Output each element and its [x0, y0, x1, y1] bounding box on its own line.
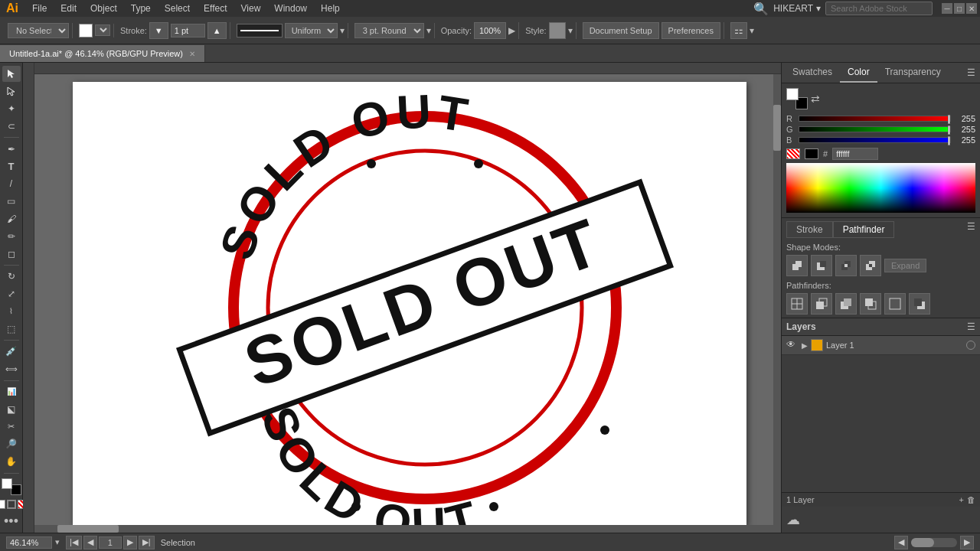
- document-tab[interactable]: Untitled-1a.ai* @ 46.14% (RGB/GPU Previe…: [0, 45, 205, 62]
- menu-select[interactable]: Select: [158, 2, 196, 15]
- status-slider[interactable]: [911, 538, 957, 547]
- menu-view[interactable]: View: [235, 2, 267, 15]
- layer-visibility-icon[interactable]: 👁: [786, 339, 799, 351]
- next-page-btn[interactable]: ▶: [123, 536, 137, 549]
- preferences-button[interactable]: Preferences: [662, 22, 720, 39]
- layers-menu-btn[interactable]: ☰: [967, 321, 975, 332]
- stroke-value-input[interactable]: [171, 24, 205, 37]
- lasso-tool[interactable]: ⊂: [2, 118, 21, 134]
- style-chevron[interactable]: ▾: [568, 25, 573, 36]
- vertical-scrollbar-thumb[interactable]: [773, 105, 781, 151]
- r-slider[interactable]: [799, 116, 951, 122]
- menu-edit[interactable]: Edit: [54, 2, 83, 15]
- stroke-decrement[interactable]: ▼: [149, 22, 168, 39]
- scale-tool[interactable]: ⤢: [2, 286, 21, 302]
- stroke-mode-btn[interactable]: [7, 500, 16, 509]
- b-slider[interactable]: [799, 137, 951, 143]
- transparency-tab[interactable]: Transparency: [877, 63, 949, 83]
- menu-help[interactable]: Help: [315, 2, 346, 15]
- none-color-btn[interactable]: [786, 148, 800, 159]
- swap-colors-btn[interactable]: ⇄: [811, 93, 820, 105]
- fill-swatch[interactable]: [79, 24, 93, 37]
- fill-type-dropdown[interactable]: ■: [95, 24, 110, 36]
- pen-tool[interactable]: ✒: [2, 141, 21, 157]
- arrange-button[interactable]: ⚏: [730, 22, 747, 39]
- libraries-icon[interactable]: ☁: [786, 511, 975, 528]
- stroke-tab[interactable]: Stroke: [786, 221, 833, 238]
- warp-tool[interactable]: ⌇: [2, 304, 21, 320]
- free-transform-tool[interactable]: ⬚: [2, 321, 21, 337]
- trim-btn[interactable]: [811, 293, 832, 315]
- status-slider-thumb[interactable]: [911, 538, 934, 547]
- black-color-btn[interactable]: [805, 148, 818, 159]
- menu-type[interactable]: Type: [125, 2, 157, 15]
- g-slider-thumb[interactable]: [948, 126, 950, 135]
- swatches-tab[interactable]: Swatches: [785, 63, 840, 83]
- menu-window[interactable]: Window: [268, 2, 313, 15]
- color-tab[interactable]: Color: [840, 63, 877, 83]
- selection-tool[interactable]: [2, 66, 21, 82]
- paintbrush-tool[interactable]: 🖌: [2, 211, 21, 227]
- color-spectrum[interactable]: [786, 163, 975, 213]
- layer-1-item[interactable]: 👁 ▶ Layer 1: [782, 336, 980, 355]
- minus-front-btn[interactable]: [811, 255, 832, 276]
- arrange-chevron[interactable]: ▾: [750, 25, 754, 36]
- blend-tool[interactable]: ⟺: [2, 361, 21, 377]
- add-layer-btn[interactable]: +: [959, 495, 964, 504]
- color-fg-bg-swatches[interactable]: [786, 88, 808, 109]
- last-page-btn[interactable]: ▶|: [139, 536, 155, 549]
- r-slider-thumb[interactable]: [948, 115, 950, 124]
- menu-object[interactable]: Object: [84, 2, 123, 15]
- g-slider[interactable]: [799, 126, 951, 132]
- layer-target-btn[interactable]: [966, 341, 975, 350]
- pathfinder-menu-icon[interactable]: ☰: [967, 221, 975, 238]
- exclude-btn[interactable]: [860, 255, 881, 276]
- outline-btn[interactable]: [884, 293, 906, 315]
- more-tools-btn[interactable]: •••: [4, 514, 18, 530]
- horizontal-scrollbar[interactable]: [34, 525, 773, 533]
- zoom-tool[interactable]: 🔎: [2, 436, 21, 452]
- line-tool[interactable]: /: [2, 176, 21, 192]
- minus-back-btn[interactable]: [909, 293, 930, 315]
- pencil-tool[interactable]: ✏: [2, 228, 21, 244]
- maximize-button[interactable]: □: [954, 3, 965, 14]
- color-swatches[interactable]: [2, 478, 21, 496]
- vertical-scrollbar[interactable]: [773, 74, 781, 533]
- doc-setup-button[interactable]: Document Setup: [583, 22, 659, 39]
- opacity-arrow[interactable]: ▶: [508, 25, 515, 36]
- username-chevron[interactable]: ▾: [816, 3, 821, 14]
- horizontal-scrollbar-thumb[interactable]: [57, 525, 119, 533]
- eyedropper-tool[interactable]: 💉: [2, 344, 21, 360]
- unite-btn[interactable]: [786, 255, 808, 276]
- b-slider-thumb[interactable]: [948, 136, 950, 145]
- merge-btn[interactable]: [835, 293, 857, 315]
- hex-input[interactable]: [832, 148, 878, 160]
- zoom-chevron[interactable]: ▾: [55, 537, 60, 547]
- slice-tool[interactable]: ✂: [2, 419, 21, 435]
- panel-menu-icon[interactable]: ☰: [965, 67, 977, 79]
- intersect-btn[interactable]: [835, 255, 857, 276]
- expand-button[interactable]: Expand: [884, 259, 926, 272]
- prev-page-btn[interactable]: ◀: [83, 536, 97, 549]
- eraser-tool[interactable]: ◻: [2, 246, 21, 262]
- artboard-tool[interactable]: ⬕: [2, 401, 21, 417]
- stock-search-input[interactable]: [825, 2, 933, 15]
- stroke-style-chevron[interactable]: ▾: [340, 25, 345, 36]
- magic-wand-tool[interactable]: ✦: [2, 101, 21, 117]
- style-swatch[interactable]: [549, 22, 566, 39]
- divide-btn[interactable]: [786, 293, 808, 315]
- fg-color-box[interactable]: [786, 88, 799, 100]
- hand-tool[interactable]: ✋: [2, 454, 21, 470]
- round-chevron[interactable]: ▾: [426, 25, 431, 36]
- selection-dropdown[interactable]: No Selection: [8, 23, 69, 38]
- direct-selection-tool[interactable]: [2, 83, 21, 99]
- delete-layer-btn[interactable]: 🗑: [967, 495, 975, 504]
- status-next-btn[interactable]: ▶: [960, 536, 974, 549]
- rotate-tool[interactable]: ↻: [2, 269, 21, 285]
- close-button[interactable]: ✕: [966, 3, 977, 14]
- round-style-dropdown[interactable]: 3 pt. Round: [354, 23, 424, 38]
- main-canvas[interactable]: SOLD OUT SOLD OUT SOLD OUT: [73, 82, 746, 526]
- minimize-button[interactable]: ─: [942, 3, 952, 14]
- pathfinder-tab[interactable]: Pathfinder: [833, 221, 895, 238]
- fg-color-swatch[interactable]: [2, 478, 12, 489]
